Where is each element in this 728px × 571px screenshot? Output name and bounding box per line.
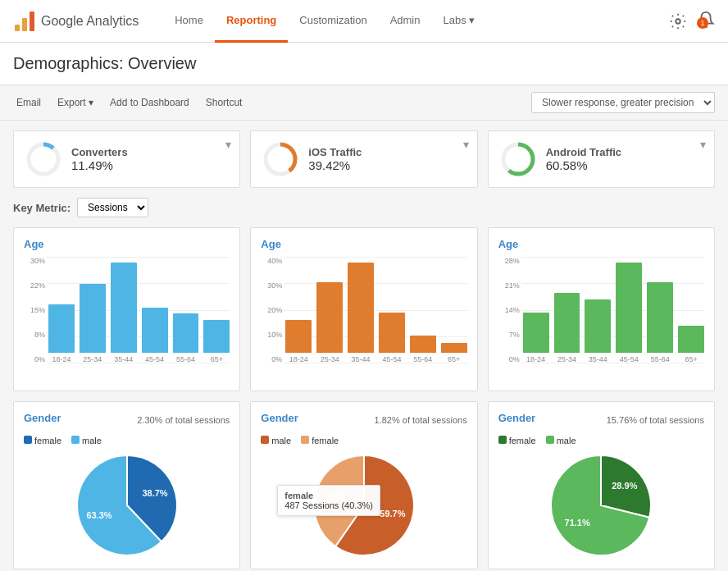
export-button[interactable]: Export ▾: [54, 95, 97, 110]
donut-chart-2: [500, 141, 536, 177]
svg-rect-0: [15, 25, 20, 31]
header: Google Analytics Home Reporting Customiz…: [0, 0, 728, 43]
bar-group: 65+: [203, 320, 230, 363]
key-metric-label: Key Metric:: [13, 202, 71, 214]
card-expand-0[interactable]: ▾: [225, 138, 231, 151]
legend-item: female: [498, 436, 536, 445]
toolbar: Email Export ▾ Add to Dashboard Shortcut…: [0, 85, 728, 121]
logo-icon: [13, 10, 36, 33]
card-title-2: Android Traffic: [546, 146, 703, 158]
bar: [410, 336, 436, 353]
add-dashboard-button[interactable]: Add to Dashboard: [107, 95, 193, 110]
card-expand-2[interactable]: ▾: [700, 138, 706, 151]
pie-label: 40.3%: [322, 491, 348, 500]
y-label: 10%: [261, 331, 282, 339]
bar-label: 35-44: [114, 355, 133, 363]
bar-label: 18-24: [52, 355, 71, 363]
bar-group: 35-44: [585, 299, 611, 363]
nav-admin[interactable]: Admin: [379, 0, 432, 43]
y-axis-0: 0%8%15%22%30%: [24, 257, 47, 363]
bar-chart-0: 0%8%15%22%30% 18-24 25-34 35-44 45-54 55…: [24, 257, 230, 380]
card-expand-1[interactable]: ▾: [463, 138, 469, 151]
key-metric-bar: Key Metric: Sessions: [13, 198, 715, 217]
y-label: 28%: [498, 257, 520, 265]
summary-card-0: ▾ Converters 11.49%: [13, 130, 240, 188]
svg-rect-2: [30, 11, 34, 31]
bar-group: 45-54: [616, 263, 642, 363]
y-label: 8%: [24, 331, 45, 339]
bar-chart-1: 0%10%20%30%40% 18-24 25-34 35-44 45-54 5…: [261, 257, 466, 380]
bar: [48, 304, 75, 353]
notification-wrapper: 1: [697, 11, 715, 31]
age-panel-0: Age 0%8%15%22%30% 18-24 25-34 35-44 45-5…: [13, 227, 240, 391]
y-label: 30%: [261, 281, 282, 290]
bar-chart-inner-0: 18-24 25-34 35-44 45-54 55-64 65+: [48, 257, 230, 363]
legend-item: female: [301, 436, 339, 445]
pie-container-0: 38.7%63.3%: [24, 452, 230, 559]
bar-group: 55-64: [173, 313, 199, 363]
metric-dropdown[interactable]: Sessions: [77, 198, 148, 217]
bar-group: 55-64: [410, 336, 436, 363]
legend-item: male: [71, 436, 102, 445]
bar-label: 18-24: [289, 355, 308, 363]
email-button[interactable]: Email: [13, 95, 44, 110]
y-axis-1: 0%10%20%30%40%: [261, 257, 284, 363]
bar-group: 18-24: [523, 313, 549, 363]
bar: [585, 299, 611, 353]
pie-container-2: 28.9%71.1%: [498, 452, 704, 559]
svg-point-3: [676, 19, 680, 24]
bar-label: 55-64: [413, 355, 432, 363]
y-label: 0%: [261, 355, 282, 363]
bar-chart-inner-2: 18-24 25-34 35-44 45-54 55-64 65+: [523, 257, 704, 363]
gear-icon[interactable]: [669, 12, 687, 30]
main-nav: Home Reporting Customization Admin Labs …: [163, 0, 486, 43]
age-chart-title-1: Age: [261, 238, 466, 250]
bar-label: 45-54: [382, 355, 401, 363]
y-label: 30%: [24, 257, 45, 265]
age-chart-title-0: Age: [24, 238, 230, 250]
nav-reporting[interactable]: Reporting: [215, 0, 288, 43]
bar: [523, 313, 549, 353]
age-chart-title-2: Age: [498, 238, 704, 250]
bar-chart-inner-1: 18-24 25-34 35-44 45-54 55-64 65+: [285, 257, 466, 363]
bar-label: 45-54: [620, 355, 639, 363]
bar: [678, 326, 704, 353]
gender-sessions-2: 15.76% of total sessions: [607, 415, 704, 425]
pie-legend-2: femalemale: [498, 436, 704, 445]
logo-area: Google Analytics: [13, 10, 139, 33]
legend-item: female: [24, 436, 61, 445]
precision-dropdown[interactable]: Slower response, greater precision: [531, 92, 715, 113]
age-panel-1: Age 0%10%20%30%40% 18-24 25-34 35-44 45-…: [250, 227, 477, 391]
bar: [111, 263, 137, 353]
bar-group: 35-44: [348, 263, 374, 363]
bar-group: 45-54: [142, 308, 168, 363]
bar: [80, 284, 106, 353]
legend-item: male: [261, 436, 291, 445]
card-value-2: 60.58%: [546, 158, 703, 172]
bar: [142, 308, 168, 353]
y-label: 0%: [498, 355, 520, 363]
nav-customization[interactable]: Customization: [288, 0, 378, 43]
pie-label: 71.1%: [565, 518, 590, 528]
svg-point-4: [29, 144, 58, 174]
legend-dot: [24, 436, 32, 444]
bar-group: 65+: [678, 326, 704, 363]
pie-container-1: 59.7%40.3% female 487 Sessions (40.3%): [261, 452, 466, 559]
nav-labs[interactable]: Labs ▾: [432, 0, 487, 43]
pie-legend-0: femalemale: [24, 436, 230, 445]
summary-card-1: ▾ iOS Traffic 39.42%: [250, 130, 477, 188]
bar-label: 55-64: [651, 355, 670, 363]
bar-group: 25-34: [554, 293, 580, 363]
bar: [379, 313, 405, 353]
pie-label: 28.9%: [612, 481, 638, 491]
pie-chart: 38.7%63.3%: [74, 452, 180, 559]
gender-chart-title-2: Gender: [498, 412, 536, 424]
y-label: 22%: [24, 281, 45, 290]
bar-label: 35-44: [589, 355, 607, 363]
pie-label: 59.7%: [380, 509, 405, 518]
nav-home[interactable]: Home: [163, 0, 215, 43]
pie-label: 38.7%: [142, 488, 167, 498]
shortcut-button[interactable]: Shortcut: [202, 95, 246, 110]
bar: [316, 282, 343, 353]
pie-legend-1: malefemale: [261, 436, 466, 445]
